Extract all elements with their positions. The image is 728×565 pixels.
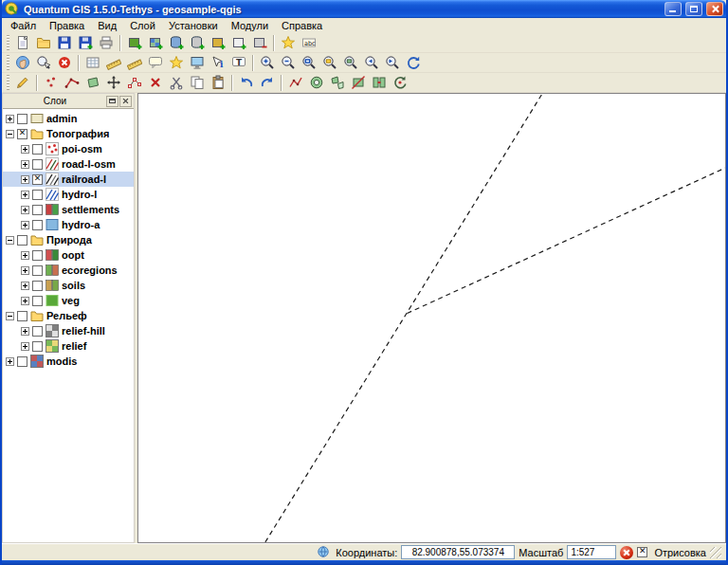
close-button[interactable] — [706, 2, 723, 16]
layer-item-settlements[interactable]: settlements — [3, 202, 134, 217]
menu-1[interactable]: Файл — [4, 19, 43, 32]
map-tips-button[interactable] — [145, 53, 166, 72]
layer-item-admin[interactable]: admin — [3, 111, 134, 126]
expand-plus-icon[interactable] — [21, 342, 29, 351]
zoom-in-button[interactable] — [257, 53, 278, 72]
layer-item-ecoregions[interactable]: ecoregions — [3, 263, 134, 278]
scale-input[interactable] — [567, 545, 616, 559]
add-spatialite-layer-button[interactable] — [187, 33, 208, 52]
new-project-button[interactable] — [12, 33, 33, 52]
layer-item-poi-osm[interactable]: poi-osm — [3, 141, 134, 156]
menu-5[interactable]: Установки — [162, 19, 225, 32]
measure-area-button[interactable] — [124, 53, 145, 72]
visibility-checkbox[interactable] — [32, 205, 43, 215]
new-shapefile-layer-button[interactable] — [228, 33, 249, 52]
layer-item-veg[interactable]: veg — [3, 293, 134, 308]
layer-item-природа[interactable]: Природа — [3, 232, 134, 247]
expand-plus-icon[interactable] — [21, 327, 29, 336]
capture-polygon-button[interactable] — [82, 73, 103, 92]
paste-features-button[interactable] — [208, 73, 228, 92]
select-features-button[interactable] — [33, 53, 54, 72]
visibility-checkbox[interactable] — [17, 356, 27, 367]
visibility-checkbox[interactable] — [32, 326, 43, 337]
zoom-out-button[interactable] — [278, 53, 299, 72]
visibility-checkbox[interactable] — [17, 114, 27, 124]
expand-plus-icon[interactable] — [21, 221, 29, 229]
menu-7[interactable]: Справка — [275, 19, 329, 32]
layer-item-railroad-l[interactable]: railroad-l — [3, 172, 134, 187]
toolbar-grip[interactable] — [7, 35, 9, 50]
expand-plus-icon[interactable] — [21, 160, 29, 169]
menu-3[interactable]: Вид — [91, 19, 123, 32]
open-attribute-table-button[interactable] — [82, 53, 103, 72]
visibility-checkbox[interactable] — [32, 159, 43, 170]
layer-item-soils[interactable]: soils — [3, 278, 134, 293]
visibility-checkbox[interactable] — [32, 250, 43, 261]
layer-item-oopt[interactable]: oopt — [3, 247, 134, 263]
visibility-checkbox[interactable] — [32, 341, 43, 352]
layer-item-топография[interactable]: Топография — [3, 126, 134, 141]
expand-minus-icon[interactable] — [6, 236, 14, 245]
copy-features-button[interactable] — [187, 73, 208, 92]
visibility-checkbox[interactable] — [32, 265, 43, 276]
visibility-checkbox[interactable] — [32, 190, 43, 200]
expand-plus-icon[interactable] — [21, 251, 29, 260]
maximize-button[interactable] — [685, 2, 702, 16]
render-checkbox[interactable] — [637, 547, 647, 557]
expand-minus-icon[interactable] — [6, 130, 14, 138]
expand-plus-icon[interactable] — [21, 297, 29, 305]
layer-item-modis[interactable]: modis — [3, 354, 134, 369]
simplify-feature-button[interactable] — [285, 73, 306, 92]
add-wms-layer-button[interactable] — [208, 33, 228, 52]
deselect-all-button[interactable] — [54, 53, 75, 72]
text-annotation-button[interactable]: T — [228, 53, 249, 72]
title-bar[interactable]: Quantum GIS 1.5.0-Tethys - geosample-qgi… — [2, 0, 726, 18]
expand-plus-icon[interactable] — [21, 282, 29, 290]
node-tool-button[interactable] — [124, 73, 145, 92]
layer-item-road-l-osm[interactable]: road-l-osm — [3, 156, 134, 172]
layer-item-hydro-a[interactable]: hydro-a — [3, 217, 134, 232]
zoom-to-selection-button[interactable] — [319, 53, 340, 72]
coords-input[interactable] — [401, 545, 515, 559]
expand-plus-icon[interactable] — [21, 191, 29, 199]
undo-button[interactable] — [236, 73, 257, 92]
menu-2[interactable]: Правка — [43, 19, 91, 32]
pan-map-button[interactable] — [12, 53, 33, 72]
zoom-native-resolution-button[interactable] — [187, 53, 208, 72]
labeling-button[interactable]: abc — [299, 33, 319, 52]
zoom-next-button[interactable] — [382, 53, 403, 72]
visibility-checkbox[interactable] — [32, 220, 43, 230]
measure-line-button[interactable] — [103, 53, 124, 72]
stop-render-button[interactable] — [620, 546, 633, 559]
toolbar-grip[interactable] — [7, 75, 9, 90]
add-postgis-layer-button[interactable] — [166, 33, 187, 52]
layer-item-relief-hill[interactable]: relief-hill — [3, 323, 134, 338]
new-bookmark-button[interactable] — [278, 33, 299, 52]
print-composer-button[interactable] — [96, 33, 117, 52]
add-vector-layer-button[interactable] — [124, 33, 145, 52]
cut-features-button[interactable] — [166, 73, 187, 92]
save-project-as-button[interactable] — [75, 33, 96, 52]
rotate-point-symbols-button[interactable] — [390, 73, 410, 92]
add-part-button[interactable] — [327, 73, 348, 92]
menu-4[interactable]: Слой — [123, 19, 162, 32]
add-ring-button[interactable] — [306, 73, 327, 92]
close-panel-button[interactable] — [119, 96, 132, 107]
show-bookmarks-button[interactable] — [166, 53, 187, 72]
identify-features-button[interactable]: i — [208, 53, 228, 72]
open-project-button[interactable] — [33, 33, 54, 52]
resize-grip-icon[interactable] — [710, 547, 721, 558]
toolbar-grip[interactable] — [7, 55, 9, 70]
expand-plus-icon[interactable] — [6, 357, 14, 366]
zoom-last-button[interactable] — [361, 53, 382, 72]
redo-button[interactable] — [257, 73, 278, 92]
minimize-button[interactable] — [664, 2, 682, 16]
visibility-checkbox[interactable] — [17, 129, 27, 139]
expand-minus-icon[interactable] — [6, 312, 14, 320]
visibility-checkbox[interactable] — [17, 311, 27, 321]
visibility-checkbox[interactable] — [32, 144, 43, 155]
layer-item-relief[interactable]: relief — [3, 338, 134, 354]
toggle-editing-button[interactable] — [12, 73, 33, 92]
expand-plus-icon[interactable] — [21, 145, 29, 154]
layer-item-hydro-l[interactable]: hydro-l — [3, 187, 134, 202]
